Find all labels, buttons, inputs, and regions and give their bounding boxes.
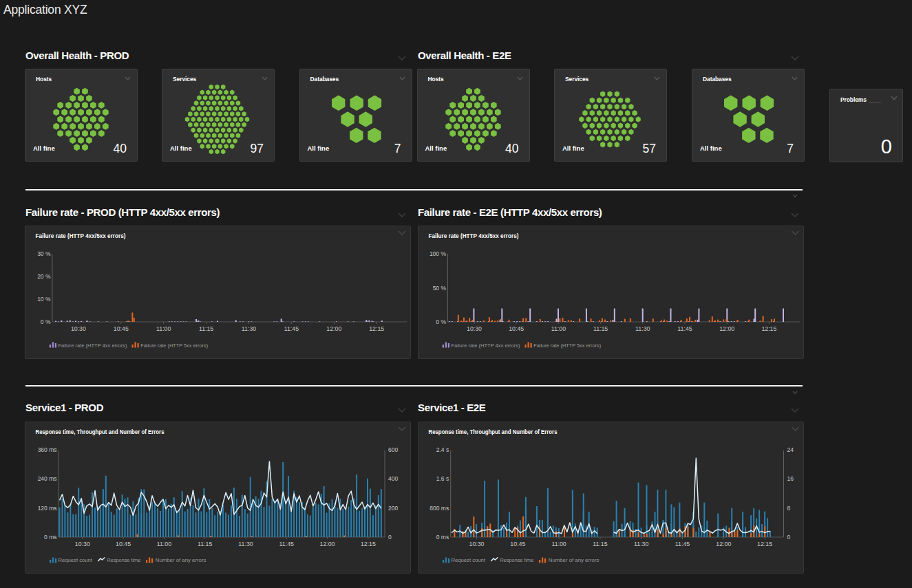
svg-text:Number of any errors: Number of any errors	[548, 557, 599, 563]
svg-text:800 ms: 800 ms	[430, 505, 449, 512]
svg-text:Request count: Request count	[59, 557, 93, 563]
svg-text:11:15: 11:15	[198, 541, 212, 547]
svg-text:Failure rate (HTTP 4xx errors): Failure rate (HTTP 4xx errors)	[451, 342, 520, 349]
svg-text:12:00: 12:00	[719, 325, 734, 332]
svg-text:50 %: 50 %	[432, 285, 446, 292]
svg-text:11:00: 11:00	[156, 325, 171, 332]
svg-text:12:15: 12:15	[361, 541, 376, 547]
svg-text:Failure rate (HTTP 4xx/5xx err: Failure rate (HTTP 4xx/5xx errors)	[36, 232, 126, 239]
svg-text:Request count: Request count	[451, 557, 485, 563]
svg-text:10:45: 10:45	[510, 541, 525, 547]
svg-text:12:00: 12:00	[716, 541, 731, 547]
svg-text:240 ms: 240 ms	[38, 475, 57, 482]
svg-text:0 ms: 0 ms	[44, 534, 56, 541]
svg-text:0 %: 0 %	[436, 318, 446, 325]
svg-text:11:45: 11:45	[284, 325, 299, 332]
svg-text:24: 24	[787, 446, 794, 453]
svg-text:11:00: 11:00	[157, 541, 171, 547]
svg-text:360 ms: 360 ms	[38, 446, 57, 453]
svg-text:12:15: 12:15	[369, 325, 384, 332]
svg-text:11:00: 11:00	[551, 325, 565, 332]
svg-text:11:45: 11:45	[675, 541, 689, 547]
svg-text:11:30: 11:30	[634, 541, 648, 547]
svg-text:Response time: Response time	[500, 557, 533, 563]
svg-text:Number of any errors: Number of any errors	[156, 557, 206, 563]
svg-text:200: 200	[388, 505, 398, 512]
svg-text:Response time, Throughput and: Response time, Throughput and Number of …	[428, 428, 557, 435]
svg-text:30 %: 30 %	[37, 250, 51, 257]
svg-text:Response time: Response time	[107, 557, 141, 563]
svg-text:11:45: 11:45	[677, 325, 692, 332]
svg-text:11:30: 11:30	[242, 325, 256, 332]
svg-text:100 %: 100 %	[429, 250, 446, 257]
svg-text:0 ms: 0 ms	[436, 534, 448, 541]
svg-text:12:15: 12:15	[761, 325, 776, 332]
svg-text:Failure rate (HTTP 4xx errors): Failure rate (HTTP 4xx errors)	[59, 342, 127, 349]
svg-text:10:30: 10:30	[75, 541, 90, 547]
svg-text:11:30: 11:30	[238, 541, 253, 547]
svg-text:0: 0	[388, 534, 392, 541]
svg-text:10:45: 10:45	[114, 325, 129, 332]
svg-text:1.6 s: 1.6 s	[436, 475, 448, 482]
svg-text:12:15: 12:15	[757, 541, 772, 547]
svg-text:10 %: 10 %	[37, 296, 51, 303]
svg-text:11:30: 11:30	[635, 325, 650, 332]
svg-text:10:30: 10:30	[469, 541, 484, 547]
svg-text:10:45: 10:45	[509, 325, 524, 332]
svg-text:0: 0	[787, 534, 790, 541]
svg-text:11:00: 11:00	[551, 541, 566, 547]
svg-text:2.4 s: 2.4 s	[436, 446, 448, 453]
svg-text:Failure rate (HTTP 4xx/5xx err: Failure rate (HTTP 4xx/5xx errors)	[428, 232, 518, 239]
svg-text:11:45: 11:45	[279, 541, 294, 547]
svg-text:Failure rate (HTTP 5xx errors): Failure rate (HTTP 5xx errors)	[533, 342, 601, 349]
svg-text:12:00: 12:00	[326, 325, 341, 332]
svg-text:11:15: 11:15	[593, 325, 607, 332]
svg-text:11:15: 11:15	[593, 541, 607, 547]
svg-text:16: 16	[787, 475, 794, 482]
svg-text:400: 400	[388, 475, 398, 482]
svg-text:10:45: 10:45	[116, 541, 131, 547]
svg-text:12:00: 12:00	[320, 541, 335, 547]
svg-text:10:30: 10:30	[466, 325, 481, 332]
svg-text:8: 8	[787, 505, 790, 512]
svg-text:0 %: 0 %	[41, 318, 51, 325]
svg-text:Failure rate (HTTP 5xx errors): Failure rate (HTTP 5xx errors)	[140, 342, 208, 349]
svg-text:600: 600	[388, 446, 398, 453]
svg-text:Response time, Throughput and: Response time, Throughput and Number of …	[36, 428, 165, 435]
svg-text:20 %: 20 %	[37, 273, 51, 280]
svg-text:120 ms: 120 ms	[38, 505, 57, 512]
svg-text:11:15: 11:15	[199, 325, 213, 332]
svg-text:10:30: 10:30	[71, 325, 86, 332]
